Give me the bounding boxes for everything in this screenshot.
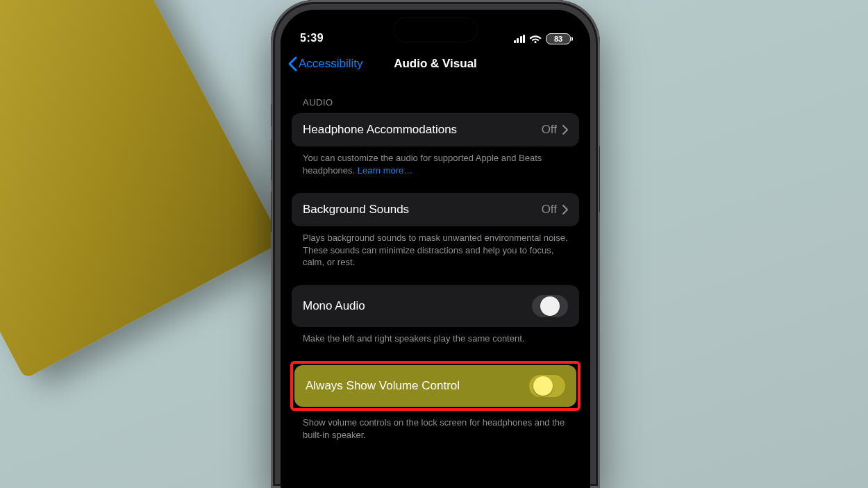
headphone-accommodations-footer: You can customize the audio for supporte…: [292, 146, 579, 176]
chevron-left-icon: [287, 56, 297, 71]
battery-level: 83: [554, 35, 562, 43]
nav-header: Accessibility Audio & Visual: [281, 49, 590, 79]
always-show-volume-row[interactable]: Always Show Volume Control: [294, 365, 576, 407]
scene: 5:39 83: [0, 0, 868, 488]
mono-audio-toggle[interactable]: [532, 295, 568, 317]
screen: 5:39 83: [281, 10, 590, 488]
status-bar: 5:39 83: [281, 10, 590, 49]
audio-section-label: AUDIO: [292, 87, 579, 113]
battery-indicator: 83: [546, 33, 571, 44]
learn-more-link[interactable]: Learn more…: [358, 165, 412, 176]
status-time: 5:39: [300, 32, 324, 49]
book-prop: [0, 0, 283, 379]
headphone-accommodations-label: Headphone Accommodations: [303, 123, 457, 137]
background-sounds-value: Off: [542, 203, 557, 217]
mono-audio-row[interactable]: Mono Audio: [292, 285, 579, 327]
mono-audio-label: Mono Audio: [303, 299, 365, 313]
volume-down-button: [271, 191, 272, 233]
back-button[interactable]: Accessibility: [281, 56, 363, 71]
headphone-accommodations-row[interactable]: Headphone Accommodations Off: [292, 113, 579, 146]
mono-audio-footer: Make the left and right speakers play th…: [292, 327, 579, 345]
chevron-right-icon: [562, 205, 568, 214]
volume-up-button: [271, 139, 272, 180]
annotation-highlight-box: Always Show Volume Control: [290, 361, 581, 411]
always-show-volume-footer: Show volume controls on the lock screen …: [292, 411, 579, 441]
side-button: [599, 146, 600, 212]
settings-content: AUDIO Headphone Accommodations Off You c…: [281, 79, 590, 441]
headphone-accommodations-value: Off: [542, 123, 557, 137]
back-label: Accessibility: [299, 57, 363, 71]
chevron-right-icon: [562, 125, 568, 135]
always-show-volume-toggle[interactable]: [529, 375, 565, 397]
mute-switch: [271, 104, 272, 126]
cellular-icon: [514, 35, 526, 43]
background-sounds-label: Background Sounds: [303, 203, 409, 217]
iphone-frame: 5:39 83: [271, 0, 600, 488]
always-show-volume-label: Always Show Volume Control: [306, 379, 460, 393]
background-sounds-footer: Plays background sounds to mask unwanted…: [292, 226, 579, 269]
background-sounds-row[interactable]: Background Sounds Off: [292, 193, 579, 226]
wifi-icon: [529, 34, 542, 44]
